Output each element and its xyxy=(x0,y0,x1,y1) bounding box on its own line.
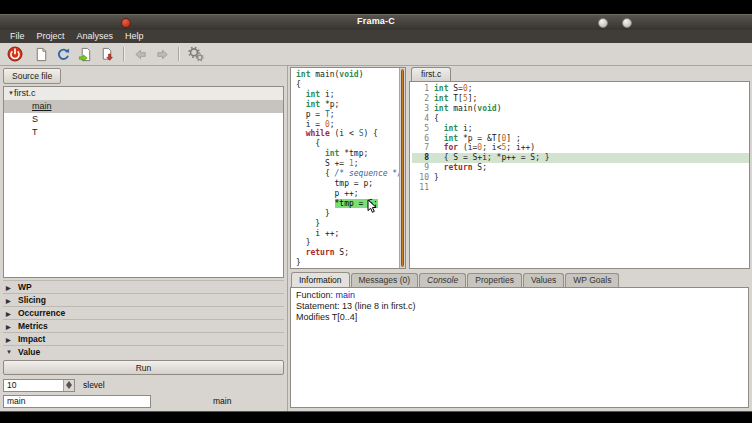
code-token xyxy=(296,199,335,208)
menu-project[interactable]: Project xyxy=(31,30,71,43)
tree-item-main[interactable]: main xyxy=(4,100,283,113)
code-token: } xyxy=(296,219,320,228)
code-line[interactable]: p ++; xyxy=(296,189,396,199)
code-line[interactable]: *tmp = S; xyxy=(296,199,396,209)
code-line[interactable]: 5 int i; xyxy=(412,124,749,134)
code-line[interactable]: while (i < S) { xyxy=(296,129,396,139)
tree-item-t[interactable]: T xyxy=(4,126,283,139)
section-wp[interactable]: ▶ WP xyxy=(3,280,284,293)
section-label: Impact xyxy=(18,334,45,344)
code-line[interactable]: 4{ xyxy=(412,114,749,124)
code-line[interactable]: int main(void) xyxy=(296,70,396,80)
code-line[interactable]: { xyxy=(296,139,396,149)
slevel-label: slevel xyxy=(83,380,105,390)
value-section-body: Run slevel xyxy=(3,360,284,409)
run-button[interactable]: Run xyxy=(3,360,284,375)
code-line[interactable]: { /* sequence */ xyxy=(296,169,396,179)
section-metrics[interactable]: ▶ Metrics xyxy=(3,319,284,332)
load-session-button[interactable] xyxy=(76,45,95,64)
gears-icon xyxy=(188,46,204,62)
tree-item-first-c[interactable]: ▼ first.c xyxy=(4,87,283,100)
line-number: 8 xyxy=(412,153,429,163)
code-line[interactable]: int *tmp; xyxy=(296,149,396,159)
code-token: ; xyxy=(468,84,473,93)
info-text: Statement: 13 (line 8 in first.c) xyxy=(296,301,416,311)
quit-button[interactable] xyxy=(5,45,24,64)
forward-button[interactable] xyxy=(153,45,172,64)
information-content: Function: mainStatement: 13 (line 8 in f… xyxy=(290,287,749,408)
spin-down-button[interactable] xyxy=(64,385,74,391)
back-button[interactable] xyxy=(131,45,150,64)
code-token: int xyxy=(434,84,448,93)
code-line[interactable]: return S; xyxy=(296,248,396,258)
code-token: ; xyxy=(354,159,359,168)
save-session-button[interactable] xyxy=(98,45,117,64)
code-line[interactable]: { xyxy=(296,80,396,90)
section-occurrence[interactable]: ▶ Occurrence xyxy=(3,306,284,319)
code-line[interactable]: i ++; xyxy=(296,229,396,239)
info-text: Modifies T[0..4] xyxy=(296,312,357,322)
slevel-input[interactable] xyxy=(4,380,63,391)
main-function-input[interactable] xyxy=(3,395,151,408)
source-file-button[interactable]: Source file xyxy=(3,68,61,84)
section-impact[interactable]: ▶ Impact xyxy=(3,332,284,345)
code-token: i = xyxy=(296,120,325,129)
code-line[interactable]: 1int S=0; xyxy=(412,84,749,94)
tab-wp-goals[interactable]: WP Goals xyxy=(565,273,619,287)
code-line[interactable]: tmp = p; xyxy=(296,179,396,189)
line-number: 7 xyxy=(412,143,429,153)
tab-properties[interactable]: Properties xyxy=(467,273,522,287)
window-maximize-button[interactable] xyxy=(622,18,632,28)
tree-item-label: first.c xyxy=(14,87,36,100)
code-line[interactable]: 10} xyxy=(412,173,749,183)
code-line[interactable]: S += 1; xyxy=(296,159,396,169)
code-line[interactable]: 11 xyxy=(412,183,749,193)
line-number: 2 xyxy=(412,94,429,104)
tab-information[interactable]: Information xyxy=(291,272,350,287)
code-line[interactable]: } xyxy=(296,238,396,248)
slevel-spinbox[interactable] xyxy=(3,379,75,392)
info-line: Function: main xyxy=(296,290,743,301)
code-line[interactable]: 2int T[5]; xyxy=(412,94,749,104)
code-line[interactable]: p = T; xyxy=(296,110,396,120)
code-line[interactable]: } xyxy=(296,258,396,268)
main-area: Source file ▼ first.c main S T xyxy=(0,66,752,411)
tab-values[interactable]: Values xyxy=(523,273,564,287)
code-line[interactable]: i = 0; xyxy=(296,120,396,130)
tab-first-c[interactable]: first.c xyxy=(411,67,451,81)
code-line[interactable]: 3int main(void) xyxy=(412,104,749,114)
code-line[interactable]: 9 return S; xyxy=(412,163,749,173)
code-token: p ++; xyxy=(296,189,359,198)
section-slicing[interactable]: ▶ Slicing xyxy=(3,293,284,306)
new-file-button[interactable] xyxy=(32,45,51,64)
tree-item-s[interactable]: S xyxy=(4,113,283,126)
source-panel: first.c 1int S=0;2int T[5];3int main(voi… xyxy=(409,67,750,269)
analyses-button[interactable] xyxy=(186,45,205,64)
menu-analyses[interactable]: Analyses xyxy=(71,30,120,43)
line-number: 1 xyxy=(412,84,429,94)
code-token xyxy=(434,143,444,152)
section-value[interactable]: ▼ Value xyxy=(3,345,284,358)
menu-file[interactable]: File xyxy=(4,30,31,43)
function-link[interactable]: main xyxy=(336,290,356,300)
code-line[interactable]: } xyxy=(296,209,396,219)
menu-help[interactable]: Help xyxy=(119,30,150,43)
reload-button[interactable] xyxy=(54,45,73,64)
code-line[interactable]: int i; xyxy=(296,90,396,100)
expander-icon[interactable]: ▼ xyxy=(4,87,14,100)
code-line[interactable]: 8 { S = S+i; *p++ = S; } xyxy=(412,153,749,163)
code-split: int main(void){ int i; int *p; p = T; i … xyxy=(288,66,752,269)
code-line[interactable]: 7 for (i=0; i<5; i++) xyxy=(412,143,749,153)
cil-scrollbar[interactable] xyxy=(399,68,405,268)
code-line[interactable]: } xyxy=(296,219,396,229)
section-label: Value xyxy=(18,347,40,357)
code-line[interactable]: 6 int *p = &T[0] ; xyxy=(412,134,749,144)
menu-bar: File Project Analyses Help xyxy=(0,30,752,43)
tab-messages[interactable]: Messages (0) xyxy=(351,273,419,287)
slevel-row: slevel xyxy=(3,377,284,393)
scrollbar-thumb[interactable] xyxy=(401,69,404,267)
tree-item-label: S xyxy=(32,113,38,126)
tab-console[interactable]: Console xyxy=(419,273,466,287)
code-line[interactable]: int *p; xyxy=(296,100,396,110)
window-minimize-button[interactable] xyxy=(598,18,608,28)
